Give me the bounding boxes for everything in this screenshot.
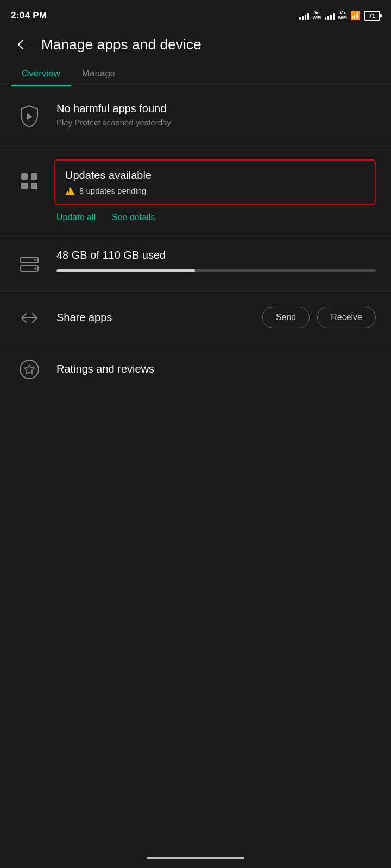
ratings-icon	[15, 355, 43, 384]
storage-icon	[15, 250, 43, 278]
share-buttons: Send Receive	[262, 307, 376, 328]
storage-title: 48 GB of 110 GB used	[56, 249, 376, 261]
send-button[interactable]: Send	[262, 307, 310, 328]
storage-progress-fill	[56, 269, 195, 272]
storage-content: 48 GB of 110 GB used	[56, 249, 376, 272]
page-header: Manage apps and device	[0, 29, 391, 63]
updates-right: Updates available 8 updates pending Upda…	[56, 159, 376, 222]
home-bar	[147, 857, 244, 859]
signal-bars-2	[325, 12, 335, 20]
back-button[interactable]	[11, 35, 30, 54]
ratings-section: Ratings and reviews	[0, 343, 391, 394]
play-protect-title: No harmful apps found	[56, 101, 376, 116]
wifi-icon: 📶	[350, 11, 361, 21]
tab-overview[interactable]: Overview	[11, 63, 71, 86]
svg-point-9	[20, 360, 39, 379]
see-details-button[interactable]: See details	[112, 213, 155, 222]
svg-rect-4	[31, 183, 37, 189]
svg-rect-3	[21, 183, 28, 189]
warning-triangle-icon	[65, 187, 75, 195]
page-title: Manage apps and device	[41, 36, 201, 53]
play-protect-content: No harmful apps found Play Protect scann…	[56, 101, 376, 127]
receive-button[interactable]: Receive	[317, 307, 376, 328]
play-protect-subtitle: Play Protect scanned yesterday	[56, 118, 376, 127]
svg-marker-0	[27, 113, 33, 120]
share-icon	[15, 304, 43, 332]
tab-manage[interactable]: Manage	[71, 63, 126, 86]
svg-rect-2	[31, 173, 37, 180]
status-time: 2:04 PM	[11, 10, 47, 21]
status-bar: 2:04 PM VoWiFi VoWiFi 📶 71	[0, 0, 391, 29]
share-apps-title: Share apps	[56, 311, 112, 324]
updates-title: Updates available	[65, 169, 365, 182]
updates-pending: 8 updates pending	[65, 186, 365, 195]
storage-progress-bar	[56, 269, 376, 272]
svg-point-7	[34, 259, 36, 261]
share-content: Share apps Send Receive	[56, 307, 376, 328]
play-protect-section: No harmful apps found Play Protect scann…	[0, 86, 391, 146]
content-area: No harmful apps found Play Protect scann…	[0, 86, 391, 394]
status-right-icons: VoWiFi VoWiFi 📶 71	[299, 11, 380, 21]
tabs-container: Overview Manage	[0, 63, 391, 86]
signal-bars-1	[299, 12, 309, 20]
vo-wifi-label-2: VoWiFi	[338, 11, 347, 21]
share-apps-section: Share apps Send Receive	[0, 292, 391, 343]
apps-grid-icon	[15, 167, 43, 195]
svg-point-8	[34, 267, 36, 270]
updates-section: Updates available 8 updates pending Upda…	[0, 146, 391, 235]
updates-box: Updates available 8 updates pending	[54, 159, 376, 205]
battery-icon: 71	[364, 11, 380, 21]
shield-icon	[15, 103, 43, 131]
ratings-title: Ratings and reviews	[56, 363, 154, 375]
update-all-button[interactable]: Update all	[56, 213, 96, 222]
svg-rect-1	[21, 173, 28, 180]
updates-actions: Update all See details	[56, 205, 376, 222]
vo-wifi-label-1: VoWiFi	[312, 11, 321, 21]
storage-section: 48 GB of 110 GB used	[0, 236, 391, 291]
